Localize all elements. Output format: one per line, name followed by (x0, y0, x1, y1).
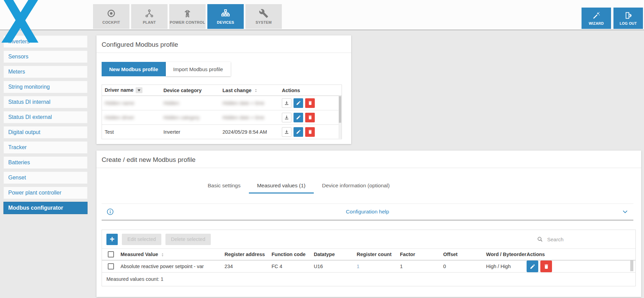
configured-profiles-card: Configured Modbus profile New Modbus pro… (96, 35, 351, 144)
sidebar-item-genset[interactable]: Genset (3, 172, 88, 184)
device-category: Inverter (163, 129, 180, 135)
row-checkbox[interactable] (108, 263, 114, 269)
sidebar-item-label: Tracker (8, 144, 27, 151)
last-change: 2024/05/29 8:54 AM (222, 129, 267, 135)
tab-measured-values[interactable]: Measured values (1) (249, 178, 314, 194)
col-factor[interactable]: Factor (400, 249, 443, 261)
nav-power-control[interactable]: POWER CONTROL (169, 4, 206, 29)
wizard-label: WIZARD (589, 21, 604, 25)
sidebar-item-string-monitoring[interactable]: String monitoring (3, 81, 88, 93)
delete-selected-button[interactable]: Delete selected (165, 234, 211, 245)
add-measured-value-button[interactable]: + (106, 234, 118, 245)
sidebar-item-label: Inverters (8, 38, 30, 45)
logout-button[interactable]: LOG OUT (613, 8, 643, 29)
delete-button[interactable] (305, 113, 315, 122)
logout-door-icon (624, 11, 632, 20)
edit-button[interactable] (527, 261, 538, 272)
sort-both-icon[interactable] (254, 88, 258, 93)
sidebar-item-meters[interactable]: Meters (3, 66, 88, 78)
card-title: Create / edit new Modbus profile (96, 151, 641, 168)
sort-desc-icon[interactable] (136, 87, 142, 93)
col-register-address[interactable]: Register address (225, 249, 272, 261)
last-change-redacted: Hidden date + time (222, 100, 264, 106)
sidebar-item-modbus-configurator[interactable]: Modbus configurator (3, 202, 88, 214)
col-register-count[interactable]: Register count (357, 249, 400, 261)
col-measured-value[interactable]: Measured Value (120, 249, 225, 261)
sidebar-item-label: String monitoring (8, 84, 50, 90)
sidebar-item-label: Batteries (8, 159, 30, 166)
edit-button[interactable] (294, 127, 303, 137)
sidebar-item-label: Modbus configurator (8, 205, 63, 211)
nav-cockpit[interactable]: COCKPIT (93, 4, 129, 29)
edit-button[interactable] (294, 113, 303, 122)
select-all-checkbox[interactable] (108, 251, 114, 257)
table-row: Hidden name Hidden Hidden date + time (102, 96, 342, 110)
sort-both-icon[interactable] (160, 253, 165, 257)
sidebar-item-batteries[interactable]: Batteries (3, 156, 88, 169)
table-row: Test Inverter 2024/05/29 8:54 AM (102, 125, 342, 139)
sidebar-item-tracker[interactable]: Tracker (3, 141, 88, 154)
col-label: Actions (527, 252, 545, 257)
nav-system[interactable]: SYSTEM (245, 4, 282, 29)
col-device-category[interactable]: Device category (161, 85, 220, 96)
col-last-change[interactable]: Last change (220, 85, 279, 96)
sidebar-item-label: Genset (8, 175, 26, 181)
nav-label: POWER CONTROL (170, 20, 205, 24)
delete-button[interactable] (305, 98, 315, 108)
search-input[interactable] (547, 236, 586, 243)
word-byteorder: High / High (486, 264, 511, 269)
col-label: Function code (272, 252, 306, 257)
col-function-code[interactable]: Function code (272, 249, 314, 261)
wizard-button[interactable]: WIZARD (582, 8, 611, 29)
col-datatype[interactable]: Datatype (314, 249, 357, 261)
sidebar-item-power-plant-controller[interactable]: Power plant controller (3, 187, 88, 199)
col-label: Register address (225, 252, 265, 257)
logout-label: LOG OUT (620, 21, 637, 25)
measured-values-table: + Edit selected Delete selected Me (102, 230, 636, 286)
sidebar: Inverters Sensors Meters String monitori… (3, 35, 88, 217)
sidebar-item-status-di-internal[interactable]: Status DI internal (3, 96, 88, 108)
nav-label: DEVICES (217, 20, 234, 24)
register-count: 1 (357, 264, 359, 269)
nav-devices[interactable]: DEVICES (207, 4, 244, 29)
sidebar-item-label: Sensors (8, 54, 28, 60)
plant-network-icon (145, 9, 154, 18)
import-modbus-profile-button[interactable]: Import Modbus profile (166, 62, 231, 76)
tab-basic-settings[interactable]: Basic settings (199, 178, 249, 194)
sidebar-item-digital-output[interactable]: Digital output (3, 126, 88, 139)
divider (96, 168, 641, 168)
nav-label: SYSTEM (255, 20, 272, 24)
function-code: FC 4 (272, 264, 282, 269)
delete-button[interactable] (540, 261, 552, 272)
chevron-down-icon[interactable] (622, 208, 629, 215)
driver-name-redacted: Hidden driver (105, 115, 134, 120)
nav-label: COCKPIT (102, 20, 120, 24)
download-button[interactable] (282, 127, 291, 137)
col-label: Actions (282, 88, 300, 93)
sidebar-item-inverters[interactable]: Inverters (3, 35, 88, 48)
col-word-byteorder[interactable]: Word / Byteorder (486, 249, 527, 261)
col-driver-name[interactable]: Driver name (102, 85, 161, 96)
col-label: Device category (163, 88, 202, 93)
delete-button[interactable] (305, 127, 315, 137)
table-scrollbar[interactable] (630, 260, 633, 271)
download-button[interactable] (282, 113, 291, 122)
main-nav: COCKPIT PLANT POWER CONTROL DEVICES SYST… (93, 4, 282, 29)
download-button[interactable] (282, 98, 291, 108)
col-label: Last change (222, 88, 252, 93)
nav-plant[interactable]: PLANT (131, 4, 168, 29)
device-category-redacted: Hidden category (163, 115, 200, 120)
table-scrollbar[interactable] (338, 96, 342, 139)
sidebar-item-sensors[interactable]: Sensors (3, 51, 88, 63)
configuration-help-bar: Configuration help (102, 203, 633, 221)
new-modbus-profile-button[interactable]: New Modbus profile (102, 62, 166, 76)
sidebar-item-label: Status DI internal (8, 99, 50, 105)
cockpit-target-icon (106, 9, 116, 18)
configuration-help-link[interactable]: Configuration help (102, 209, 633, 215)
edit-button[interactable] (294, 98, 303, 108)
col-offset[interactable]: Offset (443, 249, 486, 261)
sidebar-item-status-di-external[interactable]: Status DI external (3, 111, 88, 123)
edit-selected-button[interactable]: Edit selected (122, 234, 161, 245)
search-icon[interactable] (537, 236, 543, 242)
tab-device-information[interactable]: Device information (optional) (314, 178, 398, 194)
